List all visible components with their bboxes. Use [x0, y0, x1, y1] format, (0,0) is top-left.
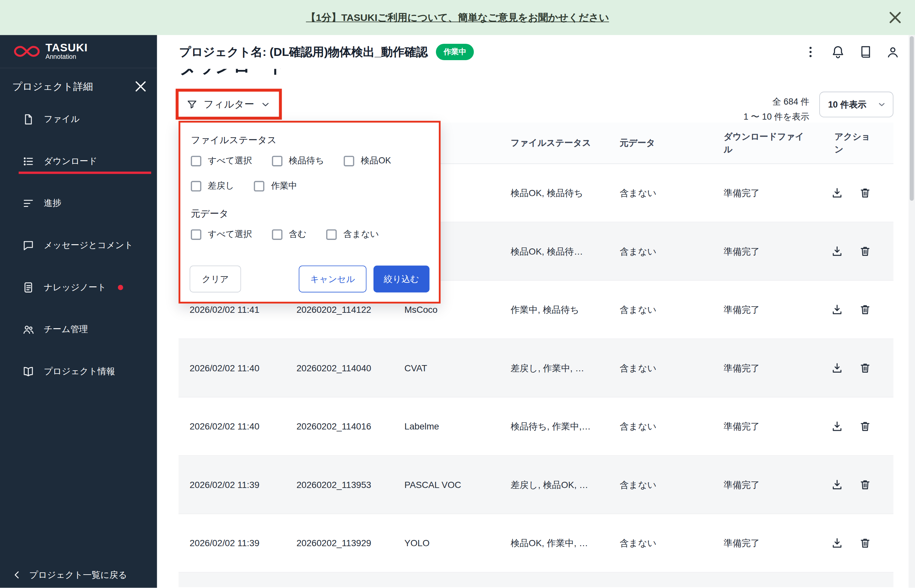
cell-file: 準備完了	[712, 187, 823, 199]
trash-icon[interactable]	[859, 187, 871, 199]
download-icon[interactable]	[831, 478, 844, 491]
trash-icon[interactable]	[859, 304, 871, 316]
cell-date: 2026/02/02 11:41	[178, 303, 285, 316]
filter-panel: ファイルステータス すべて選択 検品待ち 検品OK 差戻し	[178, 121, 441, 304]
cell-source: 含まない	[609, 362, 713, 375]
cell-format: MsCoco	[394, 303, 500, 316]
download-icon[interactable]	[831, 537, 844, 549]
sidebar-item-label: ナレッジノート	[44, 282, 106, 293]
cell-date: 2026/02/02 11:40	[178, 420, 285, 433]
checkbox-select-all-status[interactable]: すべて選択	[191, 155, 252, 166]
cell-source: 含まない	[609, 187, 713, 199]
column-header-download-file: ダウンロードファイル	[712, 130, 823, 156]
checkbox-icon[interactable]	[344, 155, 355, 166]
trash-icon[interactable]	[859, 420, 871, 433]
filter-section-source-data: 元データ	[191, 208, 429, 220]
checkbox-in-progress[interactable]: 作業中	[254, 181, 297, 192]
sidebar-item-label: ファイル	[44, 113, 80, 124]
scrollbar-track[interactable]	[909, 35, 915, 588]
sidebar-menu: ファイル ダウンロード 進捗 メッセージとコメント	[0, 98, 157, 392]
chevron-down-icon	[260, 99, 271, 110]
cell-id: 20260202_114122	[285, 303, 393, 316]
sidebar-item-label: プロジェクト情報	[44, 366, 115, 377]
sidebar-item-knowledge-note[interactable]: ナレッジノート	[0, 266, 157, 308]
sidebar-item-label: チーム管理	[44, 323, 88, 335]
status-badge: 作業中	[436, 44, 474, 60]
survey-banner-link[interactable]: 【1分】TASUKIご利用について、簡単なご意見をお聞かせください	[306, 11, 609, 24]
checkbox-icon[interactable]	[191, 229, 201, 239]
download-icon[interactable]	[831, 187, 844, 199]
cell-source: 含まない	[609, 420, 713, 433]
download-icon[interactable]	[831, 420, 844, 433]
checkbox-select-all-source[interactable]: すべて選択	[191, 229, 252, 240]
sidebar-item-project-info[interactable]: プロジェクト情報	[0, 350, 157, 392]
apply-filter-button[interactable]: 絞り込む	[373, 266, 429, 292]
sidebar-panel-title: プロジェクト詳細	[13, 80, 93, 93]
sidebar-item-files[interactable]: ファイル	[0, 98, 157, 140]
cell-status: 検品OK, 検品待ち	[500, 187, 609, 199]
checkbox-icon[interactable]	[254, 181, 265, 191]
trash-icon[interactable]	[859, 245, 871, 258]
checkbox-label: 検品待ち	[289, 155, 324, 166]
project-header: プロジェクト名: (DL確認用)物体検出_動作確認 作業中	[157, 35, 915, 69]
sidebar: TASUKI Annotation プロジェクト詳細 ファイル ダウンロード	[0, 35, 157, 588]
download-icon[interactable]	[831, 304, 844, 316]
docs-icon[interactable]	[859, 45, 873, 59]
trash-icon[interactable]	[859, 362, 871, 374]
sidebar-close-icon[interactable]	[133, 79, 148, 94]
checkbox-label: 差戻し	[208, 181, 234, 192]
checkbox-icon[interactable]	[272, 155, 282, 166]
bell-icon[interactable]	[831, 45, 845, 59]
cell-file: 準備完了	[712, 478, 823, 491]
checkbox-icon[interactable]	[191, 181, 201, 191]
table-row: 2026/02/02 11:40 20260202_114040 CVAT 差戻…	[178, 339, 893, 398]
checkbox-exclude[interactable]: 含まない	[326, 229, 379, 240]
progress-icon	[22, 197, 35, 210]
app-root: 【1分】TASUKIご利用について、簡単なご意見をお聞かせください TASUKI…	[0, 0, 915, 588]
cell-format: CVAT	[394, 362, 500, 375]
checkbox-pending-inspection[interactable]: 検品待ち	[272, 155, 324, 166]
cell-source: 含まない	[609, 537, 713, 549]
chevron-left-icon	[12, 570, 22, 580]
cell-format: YOLO	[394, 537, 500, 549]
total-count: 全 684 件	[744, 94, 809, 109]
sidebar-item-download[interactable]: ダウンロード	[0, 140, 157, 183]
cell-file: 準備完了	[712, 245, 823, 258]
download-icon[interactable]	[831, 362, 844, 374]
user-icon[interactable]	[886, 45, 900, 59]
cell-id: 20260202_113929	[285, 537, 393, 549]
cell-status: 差戻し, 作業中, …	[500, 362, 609, 375]
checkbox-icon[interactable]	[272, 229, 282, 239]
trash-icon[interactable]	[859, 478, 871, 491]
checkbox-include[interactable]: 含む	[272, 229, 307, 240]
checkbox-icon[interactable]	[326, 229, 337, 239]
comment-icon	[22, 239, 35, 251]
tasuki-logo-icon	[14, 44, 40, 58]
cell-status: 検品OK, 作業中, …	[500, 537, 609, 549]
cancel-button[interactable]: キャンセル	[299, 266, 366, 292]
file-icon	[22, 113, 35, 126]
banner-close-icon[interactable]	[887, 10, 903, 26]
filter-button[interactable]: フィルター	[176, 89, 282, 120]
list-icon	[22, 155, 35, 167]
cell-source: 含まない	[609, 303, 713, 316]
app-logo: TASUKI Annotation	[0, 35, 157, 68]
clear-button[interactable]: クリア	[190, 266, 241, 292]
page-size-select[interactable]: 10 件表示	[819, 92, 893, 117]
checkbox-inspection-ok[interactable]: 検品OK	[344, 155, 391, 166]
sidebar-item-messages[interactable]: メッセージとコメント	[0, 224, 157, 267]
sidebar-item-progress[interactable]: 進捗	[0, 182, 157, 224]
logo-title: TASUKI	[45, 42, 87, 54]
scrollbar-thumb[interactable]	[910, 36, 914, 201]
back-to-project-list[interactable]: プロジェクト一覧に戻る	[0, 562, 157, 588]
checkbox-returned[interactable]: 差戻し	[191, 181, 234, 192]
checkbox-label: 含まない	[344, 229, 379, 240]
sidebar-item-team[interactable]: チーム管理	[0, 308, 157, 351]
checkbox-icon[interactable]	[191, 155, 201, 166]
kebab-menu-icon[interactable]	[804, 45, 818, 59]
download-icon[interactable]	[831, 245, 844, 258]
trash-icon[interactable]	[859, 537, 871, 549]
cell-status: 作業中, 検品待ち	[500, 303, 609, 316]
cell-source: 含まない	[609, 245, 713, 258]
column-header-source-data: 元データ	[609, 136, 713, 149]
